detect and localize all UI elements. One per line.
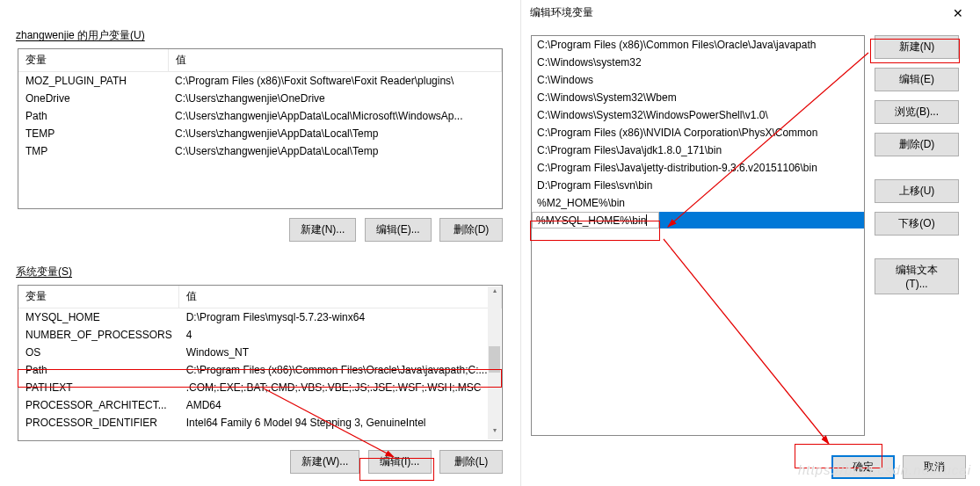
user-edit-button[interactable]: 编辑(E)... [365, 218, 432, 242]
dialog-title-bar: 编辑环境变量 ✕ [521, 0, 980, 25]
table-row[interactable]: MYSQL_HOMED:\Program Files\mysql-5.7.23-… [18, 308, 502, 327]
table-row[interactable]: NUMBER_OF_PROCESSORS4 [18, 326, 502, 344]
table-row[interactable]: OneDriveC:\Users\zhangwenjie\OneDrive [18, 90, 502, 107]
col-val[interactable]: 值 [168, 49, 502, 72]
scrollbar[interactable]: ▴ ▾ [488, 287, 501, 439]
table-row[interactable]: TMPC:\Users\zhangwenjie\AppData\Local\Te… [18, 142, 502, 160]
user-vars-label: zhangwenjie 的用户变量(U) [0, 25, 520, 48]
table-row[interactable]: PathC:\Users\zhangwenjie\AppData\Local\M… [18, 107, 502, 125]
user-vars-buttons: 新建(N)... 编辑(E)... 删除(D) [0, 214, 520, 252]
user-vars-table[interactable]: 变量 值 MOZ_PLUGIN_PATHC:\Program Files (x8… [18, 49, 502, 160]
scroll-down-arrow-icon[interactable]: ▾ [488, 426, 501, 439]
user-delete-button[interactable]: 删除(D) [439, 218, 503, 242]
list-item[interactable]: %M2_HOME%\bin [532, 194, 864, 212]
move-up-button[interactable]: 上移(U) [875, 179, 959, 203]
close-icon[interactable]: ✕ [945, 6, 971, 20]
list-item[interactable]: C:\Windows\System32\WindowsPowerShell\v1… [532, 106, 864, 124]
list-item-editing[interactable]: %MYSQL_HOME%\bin [532, 212, 864, 228]
sys-delete-button[interactable]: 删除(L) [439, 450, 503, 474]
path-edit-input[interactable]: %MYSQL_HOME%\bin [532, 212, 659, 228]
scroll-up-arrow-icon[interactable]: ▴ [488, 287, 501, 300]
table-row[interactable]: PROCESSOR_ARCHITECT...AMD64 [18, 396, 502, 414]
list-item[interactable]: C:\Windows [532, 71, 864, 89]
table-row[interactable]: PROCESSOR_IDENTIFIERIntel64 Family 6 Mod… [18, 414, 502, 432]
dialog-title: 编辑环境变量 [530, 5, 593, 20]
edit-text-button[interactable]: 编辑文本(T)... [875, 258, 959, 294]
path-list[interactable]: C:\Program Files (x86)\Common Files\Orac… [531, 35, 865, 436]
scroll-thumb[interactable] [489, 346, 500, 373]
delete-button[interactable]: 删除(D) [875, 133, 959, 156]
list-item[interactable]: C:\Windows\system32 [532, 54, 864, 71]
user-vars-table-wrapper: 变量 值 MOZ_PLUGIN_PATHC:\Program Files (x8… [18, 48, 503, 209]
env-vars-panel: zhangwenjie 的用户变量(U) 变量 值 MOZ_PLUGIN_PAT… [0, 0, 520, 486]
table-row[interactable]: MOZ_PLUGIN_PATHC:\Program Files (x86)\Fo… [18, 72, 502, 91]
col-var[interactable]: 变量 [18, 286, 179, 308]
table-row[interactable]: OSWindows_NT [18, 344, 502, 361]
watermark: https://blog.csdn.net/fucai [798, 462, 971, 477]
selection-highlight [659, 212, 864, 228]
table-row[interactable]: PATHEXT.COM;.EXE;.BAT;.CMD;.VBS;.VBE;.JS… [18, 379, 502, 396]
list-item[interactable]: C:\Program Files (x86)\Common Files\Orac… [532, 36, 864, 54]
move-down-button[interactable]: 下移(O) [875, 212, 959, 236]
list-item[interactable]: C:\Program Files (x86)\NVIDIA Corporatio… [532, 124, 864, 141]
user-new-button[interactable]: 新建(N)... [289, 218, 357, 242]
edit-env-var-dialog: 编辑环境变量 ✕ C:\Program Files (x86)\Common F… [520, 0, 980, 486]
sys-new-button[interactable]: 新建(W)... [290, 450, 359, 474]
col-val[interactable]: 值 [179, 286, 502, 308]
browse-button[interactable]: 浏览(B)... [875, 100, 959, 124]
sys-edit-button[interactable]: 编辑(I)... [368, 450, 432, 474]
sys-vars-table-wrapper: 变量 值 MYSQL_HOMED:\Program Files\mysql-5.… [18, 285, 503, 441]
col-var[interactable]: 变量 [18, 49, 168, 72]
list-item[interactable]: C:\Windows\System32\Wbem [532, 89, 864, 106]
sys-vars-buttons: 新建(W)... 编辑(I)... 删除(L) [0, 446, 520, 484]
table-row[interactable]: PathC:\Program Files (x86)\Common Files\… [18, 361, 502, 379]
edit-button[interactable]: 编辑(E) [875, 68, 959, 91]
new-button[interactable]: 新建(N) [875, 35, 959, 59]
list-item[interactable]: C:\Program Files\Java\jdk1.8.0_171\bin [532, 141, 864, 159]
dialog-side-buttons: 新建(N) 编辑(E) 浏览(B)... 删除(D) 上移(U) 下移(O) 编… [875, 35, 969, 303]
table-row[interactable]: TEMPC:\Users\zhangwenjie\AppData\Local\T… [18, 125, 502, 142]
list-item[interactable]: C:\Program Files\Java\jetty-distribution… [532, 159, 864, 177]
sys-vars-table[interactable]: 变量 值 MYSQL_HOMED:\Program Files\mysql-5.… [18, 286, 502, 432]
text-caret-icon [646, 214, 647, 226]
sys-vars-label: 系统变量(S) [0, 261, 520, 285]
list-item[interactable]: D:\Program Files\svn\bin [532, 177, 864, 194]
